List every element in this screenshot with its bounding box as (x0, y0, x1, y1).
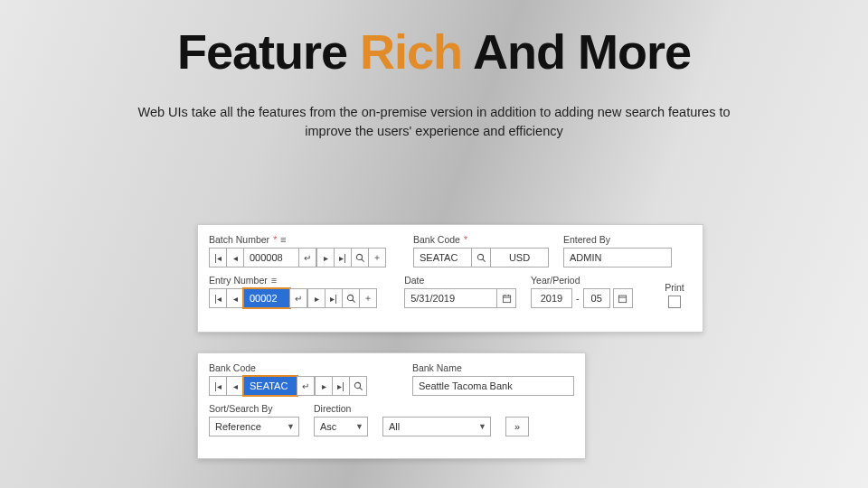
search-icon[interactable] (342, 288, 360, 308)
form-panel-bank: Bank Code |◂ ◂ SEATAC ↵ ▸ ▸| Bank Name S… (197, 352, 586, 459)
first-icon[interactable]: |◂ (209, 248, 227, 267)
batch-number-value[interactable]: 000008 (243, 248, 299, 267)
chevron-down-icon: ▼ (478, 422, 486, 431)
hamburger-icon[interactable]: ≡ (271, 275, 277, 286)
svg-point-0 (356, 254, 362, 259)
entry-number-label: Entry Number≡ (209, 275, 390, 286)
first-icon[interactable]: |◂ (209, 376, 227, 396)
prev-icon[interactable]: ◂ (226, 288, 244, 308)
first-icon[interactable]: |◂ (209, 288, 227, 308)
print-checkbox[interactable] (668, 296, 681, 308)
enter-icon[interactable]: ↵ (298, 248, 316, 267)
svg-rect-6 (503, 296, 510, 303)
go-button[interactable]: » (505, 417, 529, 436)
entered-by-value: ADMIN (563, 248, 672, 267)
enter-icon[interactable]: ↵ (297, 376, 315, 396)
year-value[interactable]: 2019 (531, 288, 572, 308)
chevron-down-icon: ▼ (287, 422, 295, 431)
bank-code-value[interactable]: SEATAC (413, 248, 472, 267)
add-icon[interactable]: ＋ (359, 288, 377, 308)
direction-label: Direction (314, 403, 368, 414)
bank-name-label: Bank Name (412, 362, 574, 373)
bank-code-label: Bank Code* (413, 234, 549, 245)
title-part-accent: Rich (360, 24, 462, 79)
search-icon[interactable] (471, 248, 491, 267)
svg-line-5 (352, 299, 354, 302)
date-label: Date (404, 275, 516, 286)
last-icon[interactable]: ▸| (332, 376, 350, 396)
sort-by-select[interactable]: Reference▼ (209, 417, 299, 436)
next-icon[interactable]: ▸ (307, 288, 326, 308)
last-icon[interactable]: ▸| (325, 288, 343, 308)
bank-name-value: Seattle Tacoma Bank (412, 376, 574, 396)
svg-line-3 (482, 258, 485, 261)
bank-code-label: Bank Code (209, 362, 398, 373)
title-part-a: Feature (177, 24, 360, 79)
filter-select[interactable]: All▼ (382, 417, 491, 436)
svg-line-1 (361, 258, 363, 261)
currency-value: USD (491, 248, 549, 267)
svg-line-13 (359, 387, 362, 389)
entered-by-label: Entered By (563, 234, 672, 245)
svg-point-2 (477, 254, 483, 259)
calendar-icon[interactable] (496, 288, 516, 308)
next-icon[interactable]: ▸ (316, 248, 335, 267)
svg-rect-10 (619, 296, 627, 303)
calendar-icon[interactable] (613, 288, 633, 308)
search-icon[interactable] (351, 248, 369, 267)
sort-by-label: Sort/Search By (209, 403, 299, 414)
svg-point-4 (347, 295, 353, 300)
chevron-down-icon: ▼ (355, 422, 363, 431)
form-panel-entry: Batch Number*≡ |◂ ◂ 000008 ↵ ▸ ▸| ＋ Bank… (197, 224, 703, 333)
print-label: Print (665, 282, 684, 293)
search-icon[interactable] (349, 376, 367, 396)
enter-icon[interactable]: ↵ (289, 288, 307, 308)
prev-icon[interactable]: ◂ (226, 248, 244, 267)
batch-number-label: Batch Number*≡ (209, 234, 399, 245)
title-part-c: And More (462, 24, 691, 79)
direction-select[interactable]: Asc▼ (314, 417, 368, 436)
next-icon[interactable]: ▸ (315, 376, 333, 396)
hamburger-icon[interactable]: ≡ (280, 234, 286, 245)
svg-point-12 (354, 382, 360, 388)
year-period-label: Year/Period (531, 275, 643, 286)
prev-icon[interactable]: ◂ (226, 376, 244, 396)
date-value[interactable]: 5/31/2019 (404, 288, 497, 308)
last-icon[interactable]: ▸| (334, 248, 352, 267)
bank-code-value[interactable]: SEATAC (243, 376, 297, 396)
add-icon[interactable]: ＋ (368, 248, 386, 267)
entry-number-value[interactable]: 00002 (243, 288, 290, 308)
period-value[interactable]: 05 (583, 288, 610, 308)
page-subtitle: Web UIs take all the features from the o… (118, 103, 750, 141)
page-title: Feature Rich And More (0, 23, 868, 80)
